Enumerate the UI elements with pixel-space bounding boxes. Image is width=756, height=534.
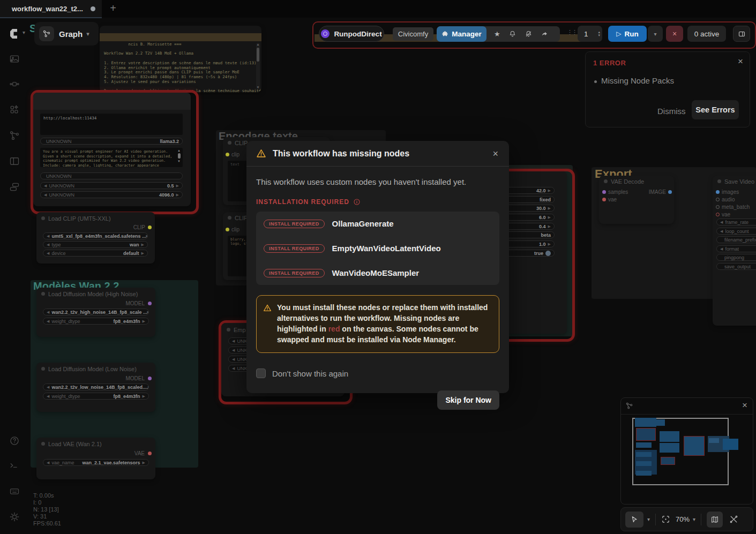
bell-muted-icon[interactable]	[525, 30, 533, 38]
frame-rate-widget[interactable]: ◀frame_rate	[716, 219, 756, 225]
error-close-icon[interactable]: ×	[738, 56, 743, 67]
sampler-cfg-widget[interactable]: 6.0▶	[503, 214, 555, 221]
tool-chevron-down-icon[interactable]: ▾	[647, 516, 650, 522]
manager-button[interactable]: Manager	[437, 26, 486, 42]
terminal-icon[interactable]	[9, 460, 20, 471]
minimap-toggle-button[interactable]	[707, 512, 723, 528]
vae-output-port[interactable]	[148, 452, 152, 455]
missing-node-row[interactable]: INSTALL REQUIRED EmptyWanVideoLatentVide…	[264, 244, 492, 253]
skip-for-now-button[interactable]: Skip for Now	[437, 390, 499, 410]
dont-show-checkbox[interactable]	[256, 368, 266, 378]
ollama-number-widget-1[interactable]: ◀UNKNOWN 0.5▶	[40, 182, 183, 189]
ollama-number-widget-2[interactable]: ◀UNKNOWN 4096.0▶	[40, 191, 183, 198]
zoom-chevron-down-icon[interactable]: ▾	[693, 516, 695, 522]
loop-count-widget[interactable]: ◀loop_count	[716, 228, 756, 235]
ollama-generate-node[interactable]: http://localhost:11434 UNKNOWN llama3.2 …	[33, 93, 191, 206]
sampler-toggle-widget[interactable]: true	[503, 250, 555, 257]
meta-batch-input-port[interactable]	[716, 205, 720, 209]
assets-icon[interactable]	[9, 54, 20, 64]
sampler-denoise-widget[interactable]: 0.4▶	[503, 223, 555, 230]
node-library-icon[interactable]	[9, 79, 20, 89]
clip-device-widget[interactable]: ◀device default▶	[43, 250, 148, 257]
low-noise-name-widget[interactable]: ◀wan2.2_t2v_low_noise_14B_fp8_scaled....…	[43, 383, 149, 390]
fit-view-icon[interactable]	[661, 515, 670, 524]
run-button[interactable]: ▷ Run	[608, 26, 647, 42]
pointer-tool-button[interactable]	[625, 512, 643, 528]
civicomfy-button[interactable]: Civicomfy	[393, 27, 433, 41]
toggle-panel-button[interactable]	[733, 26, 750, 42]
minimap-canvas[interactable]	[621, 414, 753, 504]
note-node[interactable]: ncis B. Morissette === Workflow Wan 2.2 …	[100, 26, 261, 92]
ollama-unknown-widget[interactable]: UNKNOWN	[40, 172, 183, 179]
format-widget[interactable]: ◀format	[716, 245, 756, 252]
minimap-close-icon[interactable]: ×	[742, 400, 747, 411]
filename-prefix-widget[interactable]: filename_prefix	[716, 236, 756, 243]
zoom-level[interactable]: 70%	[676, 515, 690, 523]
new-tab-button[interactable]: +	[106, 1, 120, 15]
model-output-port[interactable]	[148, 377, 152, 380]
runpod-direct-button[interactable]: RunpodDirect	[319, 26, 384, 42]
vae-input-port[interactable]	[716, 213, 720, 216]
vae-input-port[interactable]	[602, 198, 606, 201]
load-clip-node[interactable]: Load CLIP (UMT5-XXL) CLIP ◀umt5_xxl_fp8_…	[36, 212, 155, 264]
sampler-shift-widget[interactable]: 1.0▶	[503, 240, 555, 247]
vae-name-widget[interactable]: ◀vae_name wan_2.1_vae.safetensors▶	[43, 459, 149, 466]
dialog-close-icon[interactable]: ×	[489, 148, 501, 160]
ollama-model-widget[interactable]: UNKNOWN llama3.2	[40, 138, 183, 145]
dismiss-button[interactable]: Dismiss	[652, 103, 691, 119]
load-diffusion-high-node[interactable]: Load Diffusion Model (High Noise) MODEL …	[36, 288, 155, 337]
logo-chevron-down-icon[interactable]: ▾	[23, 29, 25, 35]
moe-sampler-node[interactable]: 42.0▶ fixed 30.0▶ 6.0▶ 0.4▶ beta 1.0▶ tr…	[503, 171, 567, 334]
ollama-prompt-textarea[interactable]: You are a visual prompt engineer for AI …	[40, 148, 183, 167]
comfyui-logo-icon[interactable]	[8, 27, 21, 40]
vae-decode-node[interactable]: VAE Decode samples vae IMAGE	[599, 176, 674, 224]
missing-node-row[interactable]: INSTALL REQUIRED OllamaGenerate	[264, 219, 492, 228]
sampler-control-widget[interactable]: fixed	[503, 196, 555, 203]
active-jobs-button[interactable]: 0 active	[687, 26, 726, 42]
missing-node-row[interactable]: INSTALL REQUIRED WanVideoMoESampler	[264, 268, 492, 277]
models-icon[interactable]	[9, 104, 20, 115]
see-errors-button[interactable]: See Errors	[692, 100, 739, 119]
model-output-port[interactable]	[148, 302, 152, 305]
workflow-tab[interactable]: workflow_wan22_t2...	[0, 0, 102, 18]
toggle-links-icon[interactable]	[729, 515, 738, 524]
clip-input-port[interactable]	[226, 228, 229, 231]
workflows-icon[interactable]	[9, 130, 20, 141]
low-noise-dtype-widget[interactable]: ◀weight_dtype fp8_e4m3fn▶	[43, 393, 149, 400]
cancel-run-button[interactable]: ×	[666, 26, 683, 42]
save-video-node[interactable]: Save Video (N images audio meta_batch va…	[713, 176, 756, 326]
high-noise-name-widget[interactable]: ◀wan2.2_t2v_high_noise_14B_fp8_scale ...…	[43, 309, 149, 315]
bell-icon[interactable]	[508, 30, 517, 38]
high-noise-dtype-widget[interactable]: ◀weight_dtype fp8_e4m3fn▶	[43, 318, 149, 325]
clip-name-widget[interactable]: ◀umt5_xxl_fp8_e4m3fn_scaled.safetens ...…	[43, 232, 148, 239]
share-icon[interactable]	[541, 30, 549, 38]
star-icon[interactable]: ★	[494, 30, 500, 38]
layout-panel-icon[interactable]	[9, 156, 20, 167]
ollama-url-textarea[interactable]: http://localhost:11434	[40, 114, 183, 135]
samples-input-port[interactable]	[602, 190, 606, 194]
batch-count-input[interactable]: 1 ▴▾	[578, 26, 602, 42]
templates-icon[interactable]	[9, 182, 20, 192]
info-icon[interactable]	[353, 198, 361, 206]
help-icon[interactable]	[9, 435, 20, 446]
load-vae-node[interactable]: Load VAE (Wan 2.1) VAE ◀vae_name wan_2.1…	[36, 438, 155, 479]
settings-gear-icon[interactable]	[9, 512, 20, 522]
clip-type-widget[interactable]: ◀type wan▶	[43, 241, 148, 248]
load-diffusion-low-node[interactable]: Load Diffusion Model (Low Noise) MODEL ◀…	[36, 363, 155, 412]
save-output-widget[interactable]: save_output	[716, 263, 756, 270]
clip-input-port[interactable]	[226, 153, 229, 156]
graph-breadcrumb[interactable]: Graph ▾	[34, 22, 99, 46]
sampler-seed-widget[interactable]: 42.0▶	[503, 187, 555, 194]
sampler-steps-widget[interactable]: 30.0▶	[503, 205, 555, 212]
ollama-prompt-scrollbar[interactable]: ▲ ▼	[177, 149, 181, 166]
audio-input-port[interactable]	[716, 198, 720, 201]
run-options-button[interactable]: ▾	[648, 26, 663, 42]
pingpong-widget[interactable]: pingpong	[716, 254, 756, 261]
keyboard-shortcuts-icon[interactable]	[9, 486, 20, 497]
note-scrollbar[interactable]: ▲ ▼	[256, 43, 260, 89]
sampler-scheduler-widget[interactable]: beta	[503, 231, 555, 238]
clip-output-port[interactable]	[148, 225, 152, 229]
images-input-port[interactable]	[716, 190, 720, 194]
batch-spinner[interactable]: ▴▾	[598, 31, 600, 37]
toolbar-drag-handle[interactable]: ⋮⋮	[567, 29, 577, 36]
